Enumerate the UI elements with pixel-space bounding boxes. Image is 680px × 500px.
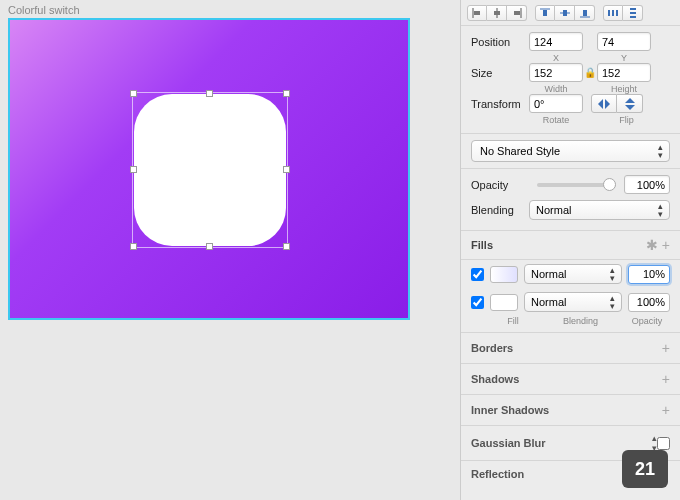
flip-vertical-icon[interactable]: [617, 94, 643, 113]
resize-handle-ml[interactable]: [130, 166, 137, 173]
svg-rect-7: [543, 10, 547, 16]
align-right-edges-icon[interactable]: [507, 5, 527, 21]
canvas-area: Colorful switch: [0, 0, 460, 500]
blending-value: Normal: [536, 204, 571, 216]
fill-row: Normal: [461, 288, 680, 316]
resize-handle-tm[interactable]: [206, 90, 213, 97]
align-top-edges-icon[interactable]: [535, 5, 555, 21]
fill-enabled-checkbox[interactable]: [471, 296, 484, 309]
borders-title: Borders: [471, 342, 662, 354]
svg-rect-17: [630, 16, 636, 18]
svg-marker-19: [605, 99, 610, 109]
borders-header[interactable]: Borders +: [461, 333, 680, 364]
distribute-horizontal-icon[interactable]: [603, 5, 623, 21]
add-shadow-icon[interactable]: +: [662, 371, 670, 387]
updown-caret-icon: [610, 266, 615, 282]
fill-sublabel-fill: Fill: [489, 316, 537, 326]
flip-group: [591, 94, 643, 113]
svg-rect-14: [616, 10, 618, 16]
size-label: Size: [471, 67, 529, 79]
resize-handle-tl[interactable]: [130, 90, 137, 97]
height-sublabel: Height: [597, 84, 651, 94]
resize-handle-tr[interactable]: [283, 90, 290, 97]
add-inner-shadow-icon[interactable]: +: [662, 402, 670, 418]
svg-rect-9: [563, 10, 567, 16]
align-horizontal-centers-icon[interactable]: [555, 5, 575, 21]
width-sublabel: Width: [529, 84, 583, 94]
align-bottom-edges-icon[interactable]: [575, 5, 595, 21]
fill-blend-value: Normal: [531, 268, 566, 280]
opacity-label: Opacity: [471, 179, 529, 191]
svg-rect-12: [608, 10, 610, 16]
shadows-header[interactable]: Shadows +: [461, 364, 680, 395]
resize-handle-bl[interactable]: [130, 243, 137, 250]
position-label: Position: [471, 36, 529, 48]
artboard[interactable]: [8, 18, 410, 320]
step-badge: 21: [622, 450, 668, 488]
appearance-section: Opacity Blending Normal: [461, 169, 680, 231]
svg-rect-16: [630, 12, 636, 14]
fill-color-swatch[interactable]: [490, 266, 518, 283]
shadows-title: Shadows: [471, 373, 662, 385]
slider-knob[interactable]: [603, 178, 616, 191]
artboard-label: Colorful switch: [8, 4, 80, 16]
add-border-icon[interactable]: +: [662, 340, 670, 356]
fills-header: Fills ✱ +: [461, 231, 680, 260]
fill-opacity-input[interactable]: [628, 293, 670, 312]
fill-blend-value: Normal: [531, 296, 566, 308]
add-fill-icon[interactable]: +: [662, 237, 670, 253]
flip-sublabel: Flip: [583, 115, 670, 125]
gaussian-title: Gaussian Blur: [471, 437, 648, 449]
shared-style-row: No Shared Style: [461, 134, 680, 169]
blending-label: Blending: [471, 204, 529, 216]
distribute-vertical-icon[interactable]: [623, 5, 643, 21]
selected-shape[interactable]: [134, 94, 286, 246]
align-left-edges-icon[interactable]: [467, 5, 487, 21]
inner-shadows-header[interactable]: Inner Shadows +: [461, 395, 680, 426]
fills-list: Normal Normal Fill Blending Opacity: [461, 260, 680, 333]
inspector-panel: Position XY Size 🔒 WidthHeight Transform…: [460, 0, 680, 500]
align-vertical-centers-icon[interactable]: [487, 5, 507, 21]
svg-marker-18: [598, 99, 603, 109]
fill-blend-select[interactable]: Normal: [524, 264, 622, 284]
flip-horizontal-icon[interactable]: [591, 94, 617, 113]
fill-blend-select[interactable]: Normal: [524, 292, 622, 312]
x-sublabel: X: [529, 53, 583, 63]
fill-row: Normal: [461, 260, 680, 288]
resize-handle-br[interactable]: [283, 243, 290, 250]
resize-handle-mr[interactable]: [283, 166, 290, 173]
updown-caret-icon: [658, 143, 663, 159]
shared-style-value: No Shared Style: [480, 145, 560, 157]
y-sublabel: Y: [597, 53, 651, 63]
shared-style-select[interactable]: No Shared Style: [471, 140, 670, 162]
fill-opacity-input[interactable]: [628, 265, 670, 284]
fill-color-swatch[interactable]: [490, 294, 518, 311]
svg-rect-13: [612, 10, 614, 16]
lock-aspect-icon[interactable]: 🔒: [583, 67, 597, 78]
svg-rect-3: [494, 11, 500, 15]
fill-enabled-checkbox[interactable]: [471, 268, 484, 281]
opacity-slider[interactable]: [537, 183, 616, 187]
fill-sublabel-blending: Blending: [537, 316, 624, 326]
updown-caret-icon: [610, 294, 615, 310]
gaussian-checkbox[interactable]: [657, 437, 670, 450]
transform-label: Transform: [471, 98, 529, 110]
width-input[interactable]: [529, 63, 583, 82]
position-x-input[interactable]: [529, 32, 583, 51]
svg-rect-1: [474, 11, 480, 15]
svg-marker-21: [625, 105, 635, 110]
rotate-input[interactable]: [529, 94, 583, 113]
svg-rect-15: [630, 8, 636, 10]
height-input[interactable]: [597, 63, 651, 82]
position-y-input[interactable]: [597, 32, 651, 51]
selection-outline: [132, 92, 288, 248]
blending-select[interactable]: Normal: [529, 200, 670, 220]
gear-icon[interactable]: ✱: [646, 237, 658, 253]
rotate-sublabel: Rotate: [529, 115, 583, 125]
svg-marker-20: [625, 98, 635, 103]
geometry-section: Position XY Size 🔒 WidthHeight Transform…: [461, 26, 680, 134]
fills-title: Fills: [471, 239, 646, 251]
alignment-toolbar: [461, 0, 680, 26]
resize-handle-bm[interactable]: [206, 243, 213, 250]
opacity-input[interactable]: [624, 175, 670, 194]
